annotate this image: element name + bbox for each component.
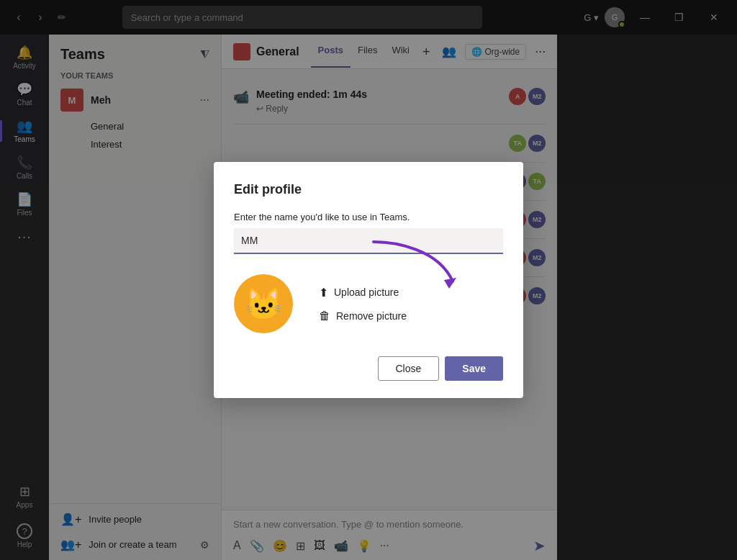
- remove-label: Remove picture: [336, 310, 407, 322]
- upload-label: Upload picture: [334, 286, 399, 298]
- svg-marker-0: [444, 278, 456, 289]
- modal-overlay[interactable]: Edit profile Enter the name you'd like t…: [0, 0, 737, 560]
- remove-picture-action[interactable]: 🗑 Remove picture: [319, 310, 407, 322]
- upload-picture-action[interactable]: ⬆ Upload picture: [319, 286, 407, 299]
- modal-picture-actions: ⬆ Upload picture 🗑 Remove picture: [319, 286, 407, 322]
- modal-name-input[interactable]: [234, 228, 503, 254]
- save-modal-button[interactable]: Save: [445, 356, 503, 381]
- modal-footer: Close Save: [234, 356, 503, 381]
- remove-icon: 🗑: [319, 310, 330, 322]
- modal-name-label: Enter the name you'd like to use in Team…: [234, 212, 503, 222]
- upload-icon: ⬆: [319, 286, 328, 299]
- close-modal-button[interactable]: Close: [378, 356, 440, 381]
- edit-profile-modal: Edit profile Enter the name you'd like t…: [214, 162, 523, 398]
- profile-avatar: 🐱: [234, 274, 293, 333]
- modal-title: Edit profile: [234, 182, 503, 197]
